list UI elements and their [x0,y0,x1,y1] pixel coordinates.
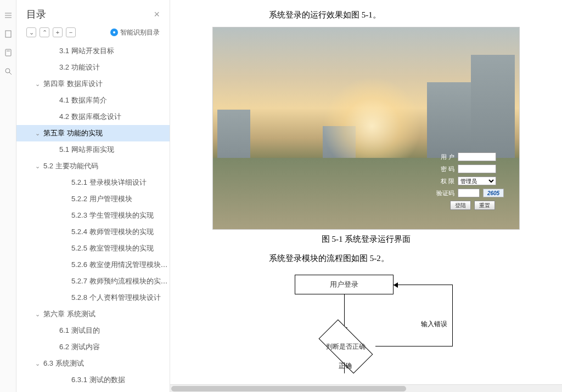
toc-item[interactable]: ⌄5.2 主要功能代码 [16,158,170,174]
toc-item[interactable]: 5.2.3 学生管理模块的实现 [16,207,170,224]
reset-button[interactable]: 重置 [474,201,495,210]
toc-item[interactable]: 6.3.1 测试的数据 [16,372,170,388]
toc-item-label: 5.1 网站界面实现 [59,145,114,155]
toc-item[interactable]: 5.1 网站界面实现 [16,141,170,158]
chevron-down-icon[interactable]: ⌄ [35,311,40,318]
toc-item[interactable]: ⌄第六章 系统测试 [16,306,170,322]
toc-item-label: 6.3.1 测试的数据 [71,375,125,385]
toc-sidebar: 目录 × ⌄ ⌃ + − 智能识别目录 3.1 网站开发目标3.2 功能设计⌄第… [16,0,170,392]
toc-item-label: 4.2 数据库概念设计 [59,112,121,122]
chevron-down-icon[interactable]: ⌄ [35,360,40,367]
svg-point-2 [5,69,10,73]
toc-item[interactable]: ⌄第四章 数据库设计 [16,76,170,92]
toc-item-label: 5.2 主要功能代码 [43,161,98,171]
toc-item-label: 5.2.7 教师预约流程模块的实… [71,276,168,286]
toc-item[interactable]: 5.2.1 登录模块详细设计 [16,174,170,191]
toc-item[interactable]: ⌄6.3 系统测试 [16,355,170,372]
label-captcha: 验证码 [435,189,454,197]
input-captcha[interactable] [458,189,480,197]
figure-5-2-flowchart: 用户登录 判断是否正确 正确 输入错误 [262,275,470,368]
close-icon[interactable]: × [154,9,160,20]
toc-item-label: 第四章 数据库设计 [43,79,103,89]
toc-item[interactable]: 5.2.2 用户管理模块 [16,191,170,207]
collapse-all-button[interactable]: ⌄ [26,27,36,37]
captcha-image[interactable]: 2605 [483,189,504,197]
chevron-down-icon[interactable]: ⌄ [35,130,40,137]
flow-diamond-label: 判断是否正确 [321,333,370,360]
menu-icon[interactable] [4,11,13,20]
smart-label: 智能识别目录 [120,28,160,37]
toc-item[interactable]: 3.1 网站开发目标 [16,43,170,59]
select-role[interactable]: 管理员 [458,177,496,185]
input-user[interactable] [458,152,496,161]
toc-item[interactable]: 4.2 数据库概念设计 [16,109,170,125]
toc-item-label: 3.2 功能设计 [59,63,100,72]
toc-item[interactable]: 5.2.4 教师管理模块的实现 [16,224,170,240]
toc-item[interactable]: 5.2.8 个人资料管理模块设计 [16,289,170,306]
bookmark-icon[interactable] [4,30,13,38]
expand-all-button[interactable]: ⌃ [40,27,49,37]
flow-line [394,285,453,285]
input-password[interactable] [458,164,496,173]
page-icon[interactable] [4,48,13,57]
toc-item[interactable]: 5.2.5 教室管理模块的实现 [16,240,170,257]
toc-item-label: 5.2.8 个人资料管理模块设计 [71,293,161,303]
toc-item[interactable]: 5.2.6 教室使用情况管理模块… [16,257,170,273]
level-plus-button[interactable]: + [53,27,63,37]
figure-5-1-login-screenshot: 用 户 密 码 权 限 管理员 验证码 2605 [212,27,520,230]
scrollbar-thumb[interactable] [171,386,406,391]
toc-item-label: 4.1 数据库简介 [59,95,107,105]
toc-item-label: 6.3 系统测试 [43,359,84,368]
toc-item-label: 5.2.6 教室使用情况管理模块… [71,260,168,270]
toc-title: 目录 [26,8,46,21]
chevron-down-icon[interactable]: ⌄ [35,163,40,170]
label-user: 用 户 [435,153,454,161]
svg-rect-0 [5,31,11,37]
flow-line [452,285,453,346]
toc-item-label: 5.2.1 登录模块详细设计 [71,178,147,188]
flow-box-user-login: 用户登录 [295,275,394,294]
toc-item[interactable]: 6.1 测试目的 [16,322,170,339]
toc-list: 3.1 网站开发目标3.2 功能设计⌄第四章 数据库设计4.1 数据库简介4.2… [16,43,170,392]
toc-toolbar: ⌄ ⌃ + − 智能识别目录 [16,25,170,43]
toc-item[interactable]: 6.3.2 系统测试方法 [16,388,170,392]
toc-item-label: 第五章 功能的实现 [43,128,103,138]
figure-caption-5-1: 图 5-1 系统登录运行界面 [192,234,540,245]
label-password: 密 码 [435,165,454,173]
toc-item-label: 3.1 网站开发目标 [59,46,114,56]
toc-item-label: 6.2 测试内容 [59,342,100,352]
flow-line [344,294,345,330]
flow-line [375,346,452,346]
toc-item[interactable]: 6.2 测试内容 [16,339,170,355]
left-icon-rail [0,0,16,392]
smart-dot-icon [110,29,118,36]
toc-item-label: 5.2.2 用户管理模块 [71,194,132,204]
label-role: 权 限 [435,177,454,185]
toc-item-label: 6.1 测试目的 [59,326,100,336]
toc-item-label: 5.2.5 教室管理模块的实现 [71,243,154,253]
level-minus-button[interactable]: − [66,27,76,37]
toc-item[interactable]: ⌄第五章 功能的实现 [16,125,170,141]
smart-detect-toc[interactable]: 智能识别目录 [110,28,160,37]
toc-item[interactable]: 4.1 数据库简介 [16,92,170,109]
toc-item[interactable]: 5.2.7 教师预约流程模块的实… [16,273,170,289]
chevron-down-icon[interactable]: ⌄ [35,81,40,88]
svg-rect-1 [5,49,11,56]
flow-label-correct: 正确 [339,361,352,371]
search-icon[interactable] [4,67,13,76]
toc-item[interactable]: 3.2 功能设计 [16,59,170,76]
arrowhead-left-icon [394,282,398,288]
login-form: 用 户 密 码 权 限 管理员 验证码 2605 [435,152,504,210]
toc-item-label: 5.2.4 教师管理模块的实现 [71,227,154,237]
login-button[interactable]: 登陆 [450,201,471,210]
paragraph-flow-intro: 系统登录模块的流程图如图 5-2。 [252,253,540,264]
document-viewport[interactable]: 系统登录的运行效果如图 5-1。 用 户 密 码 [170,0,562,392]
horizontal-scrollbar[interactable] [170,384,562,392]
toc-item-label: 5.2.3 学生管理模块的实现 [71,211,154,220]
document-page: 系统登录的运行效果如图 5-1。 用 户 密 码 [170,0,562,390]
paragraph-intro: 系统登录的运行效果如图 5-1。 [252,10,540,20]
flow-label-wrong: 输入错误 [421,320,447,329]
toc-item-label: 第六章 系统测试 [43,309,95,319]
